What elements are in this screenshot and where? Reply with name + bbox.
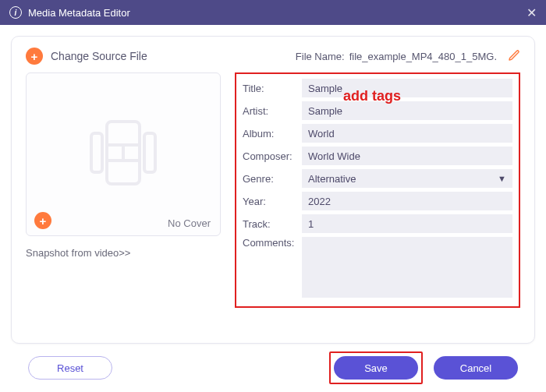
artist-label: Artist:: [243, 105, 302, 117]
field-title: Title:: [243, 79, 512, 97]
body-row: + No Cover Snapshot from video>> Title: …: [26, 72, 520, 329]
genre-select[interactable]: [302, 169, 512, 188]
no-cover-label: No Cover: [168, 217, 211, 229]
reset-button[interactable]: Reset: [28, 356, 112, 380]
save-button[interactable]: Save: [334, 356, 418, 380]
genre-label: Genre:: [243, 173, 302, 185]
content: + Change Source File File Name: file_exa…: [0, 25, 546, 392]
header-row: + Change Source File File Name: file_exa…: [26, 48, 520, 65]
title-label: Title:: [243, 83, 302, 94]
field-artist: Artist:: [243, 101, 512, 120]
composer-input[interactable]: [302, 147, 512, 165]
close-icon[interactable]: ✕: [526, 5, 537, 20]
snapshot-link[interactable]: Snapshot from video>>: [26, 247, 130, 259]
album-input[interactable]: [302, 124, 512, 143]
composer-label: Composer:: [243, 150, 302, 162]
title-input[interactable]: [302, 79, 512, 97]
year-label: Year:: [243, 196, 302, 207]
app-window: i Media Metadata Editor ✕ + Change Sourc…: [0, 0, 546, 392]
save-highlight-box: Save: [329, 351, 423, 384]
field-album: Album:: [243, 124, 512, 143]
titlebar: i Media Metadata Editor ✕: [0, 0, 546, 25]
comments-label: Comments:: [243, 237, 302, 249]
cover-box[interactable]: + No Cover: [26, 72, 221, 236]
album-label: Album:: [243, 128, 302, 139]
field-genre: Genre: ▼: [243, 169, 512, 188]
artist-input[interactable]: [302, 101, 512, 120]
file-name: File Name: file_example_MP4_480_1_5MG.: [296, 49, 520, 64]
add-cover-button[interactable]: +: [34, 212, 51, 229]
track-label: Track:: [243, 218, 302, 230]
field-track: Track:: [243, 214, 512, 233]
change-source-plus-icon[interactable]: +: [26, 48, 43, 65]
cover-placeholder-icon: [80, 110, 166, 199]
fields-column: Title: Artist: Album: Composer:: [221, 72, 520, 329]
change-source-button[interactable]: Change Source File: [51, 50, 147, 62]
svg-rect-2: [144, 133, 155, 172]
editor-card: + Change Source File File Name: file_exa…: [11, 36, 535, 344]
file-name-value: file_example_MP4_480_1_5MG.: [349, 51, 497, 62]
cover-column: + No Cover Snapshot from video>>: [26, 72, 221, 329]
window-title: Media Metadata Editor: [28, 7, 526, 19]
year-input[interactable]: [302, 192, 512, 210]
edit-filename-icon[interactable]: [508, 49, 520, 64]
track-input[interactable]: [302, 214, 512, 233]
svg-rect-1: [91, 133, 102, 172]
field-year: Year:: [243, 192, 512, 210]
info-icon: i: [9, 6, 22, 19]
field-comments: Comments:: [243, 237, 512, 298]
field-composer: Composer:: [243, 147, 512, 165]
cancel-button[interactable]: Cancel: [434, 356, 518, 380]
file-name-label: File Name:: [296, 51, 345, 62]
comments-textarea[interactable]: [302, 237, 512, 298]
footer: Reset Save Cancel: [11, 344, 535, 392]
fields-highlight-box: Title: Artist: Album: Composer:: [235, 72, 520, 308]
